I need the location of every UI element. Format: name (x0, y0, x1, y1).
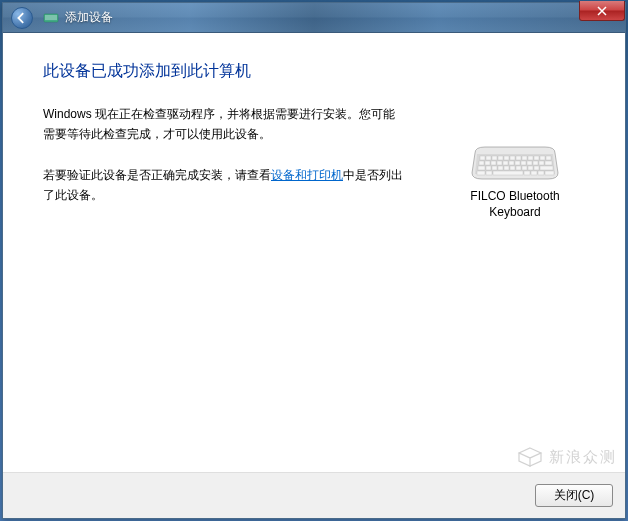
svg-rect-4 (492, 156, 497, 160)
svg-rect-22 (527, 161, 532, 165)
svg-rect-38 (486, 171, 492, 175)
svg-rect-25 (545, 161, 552, 165)
titlebar: 添加设备 (3, 3, 625, 33)
svg-rect-42 (538, 171, 544, 175)
device-panel: FILCO Bluetooth Keyboard (445, 61, 585, 452)
add-device-icon (43, 10, 59, 26)
svg-rect-3 (486, 156, 491, 160)
paragraph-1: Windows 现在正在检查驱动程序，并将根据需要进行安装。您可能需要等待此检查… (43, 104, 405, 145)
svg-rect-33 (522, 166, 527, 170)
svg-rect-10 (528, 156, 533, 160)
svg-rect-23 (533, 161, 538, 165)
svg-rect-41 (531, 171, 537, 175)
svg-rect-9 (522, 156, 527, 160)
svg-rect-19 (509, 161, 514, 165)
svg-rect-2 (480, 156, 485, 160)
svg-rect-30 (504, 166, 509, 170)
window-title: 添加设备 (65, 9, 113, 26)
device-name: FILCO Bluetooth Keyboard (445, 189, 585, 220)
svg-rect-12 (540, 156, 545, 160)
device-name-line2: Keyboard (489, 205, 540, 219)
content-area: 此设备已成功添加到此计算机 Windows 现在正在检查驱动程序，并将根据需要进… (3, 33, 625, 472)
back-arrow-icon (16, 12, 28, 24)
devices-printers-link[interactable]: 设备和打印机 (271, 168, 343, 182)
heading: 此设备已成功添加到此计算机 (43, 61, 405, 82)
svg-rect-16 (491, 161, 496, 165)
svg-rect-27 (486, 166, 491, 170)
svg-rect-32 (516, 166, 521, 170)
svg-rect-15 (485, 161, 490, 165)
svg-rect-21 (521, 161, 526, 165)
paragraph-2: 若要验证此设备是否正确完成安装，请查看设备和打印机中是否列出了此设备。 (43, 165, 405, 206)
svg-rect-20 (515, 161, 520, 165)
svg-rect-24 (539, 161, 544, 165)
svg-rect-35 (534, 166, 539, 170)
paragraph-2-pre: 若要验证此设备是否正确完成安装，请查看 (43, 168, 271, 182)
svg-rect-18 (503, 161, 508, 165)
svg-rect-29 (498, 166, 503, 170)
dialog-window: 添加设备 此设备已成功添加到此计算机 Windows 现在正在检查驱动程序，并将… (2, 2, 626, 519)
svg-rect-17 (497, 161, 502, 165)
svg-rect-40 (524, 171, 530, 175)
close-button[interactable] (579, 1, 625, 21)
close-icon (597, 6, 607, 16)
footer: 关闭(C) (3, 472, 625, 518)
svg-rect-37 (477, 171, 485, 175)
svg-rect-43 (545, 171, 554, 175)
svg-rect-6 (504, 156, 509, 160)
svg-rect-31 (510, 166, 515, 170)
svg-rect-36 (540, 166, 553, 170)
svg-rect-8 (516, 156, 521, 160)
svg-rect-28 (492, 166, 497, 170)
close-dialog-button[interactable]: 关闭(C) (535, 484, 613, 507)
svg-rect-5 (498, 156, 503, 160)
device-name-line1: FILCO Bluetooth (470, 189, 559, 203)
svg-rect-26 (478, 166, 485, 170)
svg-rect-14 (479, 161, 484, 165)
content-text: 此设备已成功添加到此计算机 Windows 现在正在检查驱动程序，并将根据需要进… (43, 61, 445, 452)
keyboard-icon (470, 141, 560, 181)
svg-rect-13 (546, 156, 551, 160)
svg-rect-1 (45, 15, 57, 20)
svg-rect-7 (510, 156, 515, 160)
svg-rect-11 (534, 156, 539, 160)
svg-rect-34 (528, 166, 533, 170)
svg-rect-39 (493, 171, 523, 175)
close-dialog-label: 关闭(C) (554, 487, 595, 504)
back-button[interactable] (11, 7, 33, 29)
